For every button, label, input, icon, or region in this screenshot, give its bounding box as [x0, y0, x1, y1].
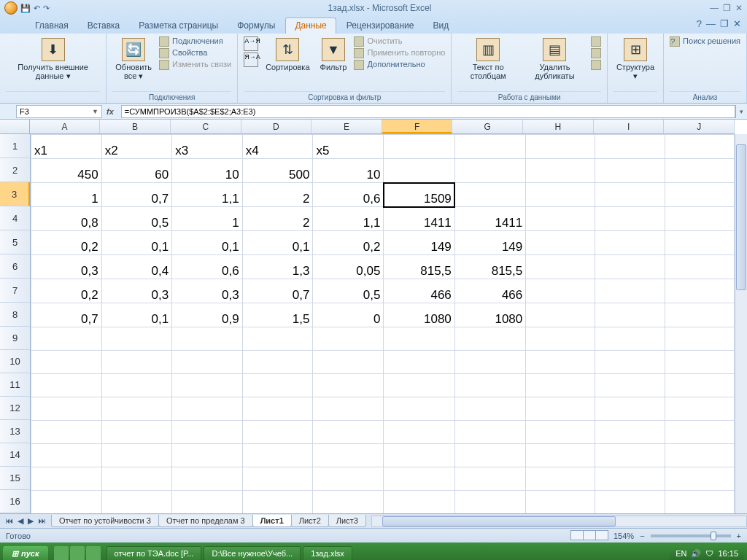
cell[interactable]: 0,7: [101, 183, 171, 207]
cell[interactable]: [665, 183, 734, 207]
cell[interactable]: [595, 351, 665, 374]
sort-desc-button[interactable]: Я→А: [244, 52, 258, 67]
cell[interactable]: 1,3: [242, 255, 313, 279]
row-header[interactable]: 14: [0, 443, 30, 467]
cell[interactable]: [595, 397, 665, 421]
cell[interactable]: [313, 397, 384, 421]
cell[interactable]: [454, 374, 525, 397]
zoom-out-button[interactable]: −: [640, 532, 644, 540]
column-header[interactable]: C: [171, 120, 241, 133]
cell[interactable]: [313, 421, 384, 444]
last-sheet-button[interactable]: ⏭: [36, 516, 48, 526]
row-header[interactable]: 2: [0, 158, 30, 182]
cell[interactable]: [665, 255, 734, 279]
column-header[interactable]: F: [382, 120, 453, 133]
next-sheet-button[interactable]: ▶: [26, 516, 36, 526]
cell[interactable]: [454, 135, 525, 159]
cell[interactable]: 0,1: [101, 303, 171, 327]
cell[interactable]: [313, 327, 384, 351]
clear-filter-link[interactable]: Очистить: [354, 36, 445, 47]
cell[interactable]: [384, 159, 454, 183]
cell[interactable]: [665, 231, 734, 255]
row-header[interactable]: 4: [0, 206, 30, 230]
consolidate-link[interactable]: [591, 48, 601, 58]
cell[interactable]: [526, 351, 595, 374]
cell[interactable]: [172, 444, 242, 467]
cell[interactable]: [31, 397, 102, 421]
cell[interactable]: 0,2: [313, 231, 384, 255]
sort-asc-button[interactable]: А→Я: [244, 36, 258, 51]
cell[interactable]: [454, 421, 525, 444]
cell[interactable]: 466: [384, 279, 454, 303]
cell[interactable]: [454, 444, 525, 467]
row-header[interactable]: 7: [0, 279, 30, 303]
cell[interactable]: [31, 491, 102, 514]
cell[interactable]: 466: [454, 279, 525, 303]
quick-launch-icon[interactable]: [70, 546, 85, 560]
cell[interactable]: [665, 303, 734, 327]
cell[interactable]: [172, 351, 242, 374]
cell[interactable]: 10: [172, 159, 242, 183]
cell[interactable]: 0,8: [31, 207, 102, 231]
row-header[interactable]: 10: [0, 350, 30, 373]
tray-icon[interactable]: 🛡: [705, 549, 713, 558]
cell[interactable]: [242, 467, 313, 491]
formula-bar[interactable]: =СУММПРОИЗВ($A$2:$E$2;A3:E3): [121, 105, 735, 118]
cell[interactable]: [454, 467, 525, 491]
cell[interactable]: [242, 397, 313, 421]
refresh-all-button[interactable]: 🔄 Обновить все ▾: [112, 36, 155, 82]
cell[interactable]: 1411: [454, 207, 525, 231]
filter-button[interactable]: ▼ Фильтр: [317, 36, 350, 73]
row-header[interactable]: 15: [0, 467, 30, 490]
connections-link[interactable]: Подключения: [159, 36, 231, 47]
scroll-thumb[interactable]: [736, 144, 746, 290]
cell[interactable]: 0,6: [313, 183, 384, 207]
cell[interactable]: [526, 491, 595, 514]
cell[interactable]: 0,7: [242, 279, 313, 303]
cell[interactable]: [526, 255, 595, 279]
cell[interactable]: [31, 327, 102, 351]
cell[interactable]: [384, 491, 454, 514]
clock[interactable]: 16:15: [718, 549, 738, 558]
prev-sheet-button[interactable]: ◀: [15, 516, 26, 526]
cell[interactable]: [665, 421, 734, 444]
properties-link[interactable]: Свойства: [159, 48, 231, 58]
sheet-tab[interactable]: Отчет по пределам 3: [158, 515, 253, 527]
cell[interactable]: [665, 351, 734, 374]
cell[interactable]: [242, 374, 313, 397]
doc-minimize-button[interactable]: —: [706, 18, 716, 29]
cell[interactable]: [665, 444, 734, 467]
sheet-tab[interactable]: Лист3: [328, 515, 366, 527]
ribbon-tab[interactable]: Разметка страницы: [130, 18, 227, 34]
cell[interactable]: 450: [31, 159, 102, 183]
cell[interactable]: [31, 421, 102, 444]
cell[interactable]: [595, 255, 665, 279]
cell[interactable]: [384, 467, 454, 491]
cell[interactable]: [172, 421, 242, 444]
sort-button[interactable]: ⇅ Сортировка: [263, 36, 312, 73]
quick-launch-icon[interactable]: [54, 546, 69, 560]
cell[interactable]: 1: [31, 183, 102, 207]
vertical-scrollbar[interactable]: [735, 134, 747, 513]
quick-launch-icon[interactable]: [86, 546, 101, 560]
cell[interactable]: [101, 374, 171, 397]
cell[interactable]: [526, 421, 595, 444]
cell[interactable]: 0,5: [101, 207, 171, 231]
cell[interactable]: [595, 444, 665, 467]
cell[interactable]: 0,05: [313, 255, 384, 279]
cell[interactable]: 1,1: [313, 207, 384, 231]
row-header[interactable]: 16: [0, 490, 30, 513]
language-indicator[interactable]: EN: [676, 549, 686, 558]
cell[interactable]: 0,2: [31, 279, 102, 303]
cell[interactable]: [665, 397, 734, 421]
cell[interactable]: 149: [384, 231, 454, 255]
cell[interactable]: 149: [454, 231, 525, 255]
cell[interactable]: [313, 467, 384, 491]
cell[interactable]: 0,6: [172, 255, 242, 279]
cell[interactable]: [595, 135, 665, 159]
cell-grid[interactable]: x1x2x3x4x545060105001010,71,120,615090,8…: [31, 134, 735, 513]
cell[interactable]: [242, 491, 313, 514]
cell[interactable]: 1: [172, 207, 242, 231]
solver-link[interactable]: ?Поиск решения: [670, 36, 740, 47]
sheet-tab[interactable]: Отчет по устойчивости 3: [51, 515, 159, 527]
